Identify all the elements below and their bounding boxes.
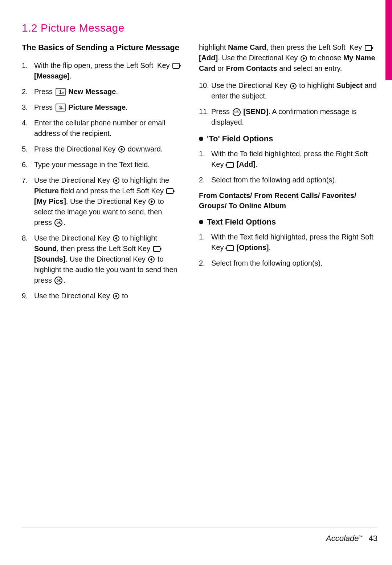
to-field-sub-bold: From Contacts/ From Recent Calls/ Favori… — [199, 190, 377, 211]
to-field-heading-text: 'To' Field Options — [207, 134, 273, 144]
bold-text: [Sounds] — [34, 255, 66, 263]
to-field-steps: 1. With the To field highlighted, press … — [199, 149, 377, 185]
step-number: 1. — [22, 60, 32, 81]
bold-text: Name Card — [228, 43, 266, 51]
steps-list-left: 1. With the flip open, press the Left So… — [22, 60, 181, 301]
list-item: 11. Press ok [SEND]. A confirmation mess… — [199, 106, 377, 128]
bold-text: From Contacts — [226, 64, 277, 72]
right-soft-key-icon — [226, 162, 234, 168]
step-text: With the To field highlighted, press the… — [211, 149, 377, 170]
dir-key-icon — [113, 235, 119, 242]
to-field-section: 'To' Field Options 1. With the To field … — [199, 134, 377, 211]
page-content: 1.2 Picture Message The Basics of Sendin… — [22, 22, 377, 543]
list-item: 1. With the Text field highlighted, pres… — [199, 232, 377, 253]
step-number: 1. — [199, 232, 209, 253]
ok-key-icon: ok — [233, 108, 241, 116]
step-text: Use the Directional Key to highlight the… — [34, 175, 181, 228]
left-column: The Basics of Sending a Picture Message … — [22, 42, 181, 524]
bold-text: [My Pics] — [34, 197, 66, 205]
bold-text: Sound — [34, 245, 57, 253]
dir-key-icon — [113, 293, 119, 299]
step9-continuation: highlight Name Card, then press the Left… — [199, 42, 377, 74]
step-number: 6. — [22, 160, 32, 170]
bold-text: [Add] — [199, 54, 218, 62]
step-text: Use the Directional Key to highlight Sub… — [211, 80, 377, 101]
ok-key-icon: ok — [54, 277, 62, 284]
left-soft-key-icon — [365, 45, 372, 51]
bold-text: Picture — [34, 187, 59, 195]
dir-key-icon — [290, 83, 297, 89]
step-number: 9. — [22, 291, 32, 301]
list-item: 4. Enter the cellular phone number or em… — [22, 118, 181, 139]
dir-key-icon — [118, 146, 125, 153]
page-number: 43 — [369, 534, 377, 543]
right-soft-key-icon — [226, 245, 234, 251]
step-number: 2. — [22, 86, 32, 97]
left-soft-key-icon — [166, 188, 173, 194]
list-item: 9. Use the Directional Key to — [22, 291, 181, 301]
list-item: 6. Type your message in the Text field. — [22, 160, 181, 170]
right-column: highlight Name Card, then press the Left… — [199, 42, 377, 524]
step-text: Type your message in the Text field. — [34, 160, 181, 170]
list-item: 5. Press the Directional Key downward. — [22, 144, 181, 154]
step-number: 10. — [199, 80, 209, 101]
text-field-steps: 1. With the Text field highlighted, pres… — [199, 232, 377, 269]
bold-text: Picture Message — [68, 103, 126, 111]
list-item: 7. Use the Directional Key to highlight … — [22, 175, 181, 228]
step-text: With the Text field highlighted, press t… — [211, 232, 377, 253]
bold-text: My Name Card — [199, 54, 375, 72]
list-item: 2. Select from the following add option(… — [199, 175, 377, 185]
left-soft-key-icon — [153, 246, 160, 252]
step-text: Press 2abc Picture Message. — [34, 102, 181, 113]
bullet-dot-icon — [199, 137, 203, 141]
list-item: 1. With the flip open, press the Left So… — [22, 60, 181, 81]
step-text: With the flip open, press the Left Soft … — [34, 60, 181, 81]
list-item: 8. Use the Directional Key to highlight … — [22, 233, 181, 286]
step-number: 2. — [199, 175, 209, 185]
subsection-title: The Basics of Sending a Picture Message — [22, 42, 181, 53]
step-number: 1. — [199, 149, 209, 170]
bold-text: Subject — [336, 81, 362, 89]
list-item: 2. Select from the following option(s). — [199, 258, 377, 269]
key-1-icon: 1✉ — [56, 88, 66, 96]
list-item: 1. With the To field highlighted, press … — [199, 149, 377, 170]
step-text: Press ok [SEND]. A confirmation message … — [211, 106, 377, 128]
columns: The Basics of Sending a Picture Message … — [22, 42, 377, 524]
step-text: Press the Directional Key downward. — [34, 144, 181, 154]
step-text: Enter the cellular phone number or email… — [34, 118, 181, 139]
step-text: Use the Directional Key to — [34, 291, 181, 301]
step-number: 7. — [22, 175, 32, 228]
text-field-section: Text Field Options 1. With the Text fiel… — [199, 217, 377, 269]
bold-text: [Add] — [237, 160, 256, 168]
dir-key-icon — [301, 55, 307, 62]
dir-key-icon — [113, 177, 119, 184]
dir-key-icon — [148, 256, 155, 263]
bold-text: [Message] — [34, 72, 70, 80]
bold-text: [Options] — [237, 243, 269, 251]
step-text: Use the Directional Key to highlight Sou… — [34, 233, 181, 286]
brand-name: Accolade™ — [326, 534, 363, 543]
to-field-heading: 'To' Field Options — [199, 134, 377, 144]
text-field-heading-text: Text Field Options — [207, 217, 276, 227]
left-soft-key-icon — [172, 63, 180, 69]
step-number: 11. — [199, 106, 209, 128]
list-item: 10. Use the Directional Key to highlight… — [199, 80, 377, 101]
list-item: 3. Press 2abc Picture Message. — [22, 102, 181, 113]
step-text: Select from the following add option(s). — [211, 175, 377, 185]
dir-key-icon — [148, 198, 155, 205]
bullet-dot-icon — [199, 220, 203, 224]
list-item: 2. Press 1✉ New Message. — [22, 86, 181, 97]
ok-key-icon: ok — [54, 219, 62, 227]
bold-text: [SEND] — [243, 108, 268, 116]
step-text: Select from the following option(s). — [211, 258, 377, 269]
section-title: 1.2 Picture Message — [22, 22, 377, 34]
step-text: Press 1✉ New Message. — [34, 86, 181, 97]
step-number: 3. — [22, 102, 32, 113]
text-field-heading: Text Field Options — [199, 217, 377, 227]
step-number: 5. — [22, 144, 32, 154]
accent-bar — [385, 0, 392, 80]
step-number: 8. — [22, 233, 32, 286]
bold-text: New Message — [68, 88, 116, 96]
footer: Accolade™ 43 — [22, 528, 377, 543]
step-number: 2. — [199, 258, 209, 269]
